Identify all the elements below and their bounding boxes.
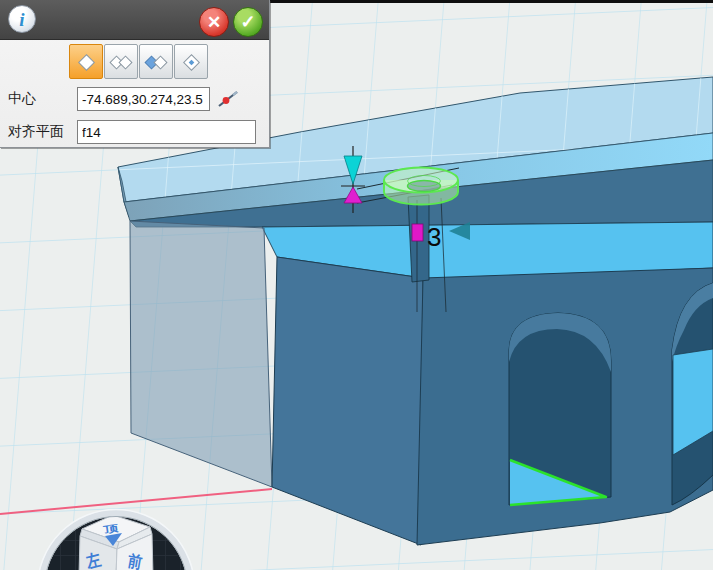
mode-two-points-button[interactable] <box>104 44 138 79</box>
confirm-button[interactable]: ✓ <box>233 7 263 37</box>
diamond-icon <box>74 50 98 74</box>
depth-value-label[interactable]: 3 <box>427 222 441 252</box>
hole-command-dialog: i ✕ ✓ 中心 <box>0 0 270 148</box>
cancel-button[interactable]: ✕ <box>199 7 229 37</box>
align-plane-label: 对齐平面 <box>8 123 77 141</box>
viewport-top-border <box>268 0 713 3</box>
point-picker-icon[interactable] <box>214 87 242 111</box>
two-diamonds-icon <box>108 50 134 74</box>
blue-white-diamonds-icon <box>143 50 169 74</box>
align-plane-input[interactable] <box>77 120 256 144</box>
info-icon[interactable]: i <box>8 5 36 33</box>
viewcube-top-label[interactable]: 顶 <box>103 523 120 536</box>
dialog-titlebar[interactable]: i ✕ ✓ <box>0 0 269 40</box>
center-field-row: 中心 <box>8 87 242 111</box>
depth-drag-handle[interactable] <box>412 224 423 241</box>
input-mode-toolbar <box>69 44 209 79</box>
cad-application-window: 3 顶 左 前 i ✕ ✓ <box>0 0 713 570</box>
mode-point-on-entity-button[interactable] <box>139 44 173 79</box>
align-plane-field-row: 对齐平面 <box>8 120 256 144</box>
mode-midpoint-button[interactable] <box>174 44 208 79</box>
center-input[interactable] <box>77 87 210 111</box>
mode-single-point-button[interactable] <box>69 44 103 79</box>
center-label: 中心 <box>8 90 77 108</box>
highlighted-hole-ring[interactable] <box>384 168 458 205</box>
diamond-with-dot-icon <box>179 50 203 74</box>
